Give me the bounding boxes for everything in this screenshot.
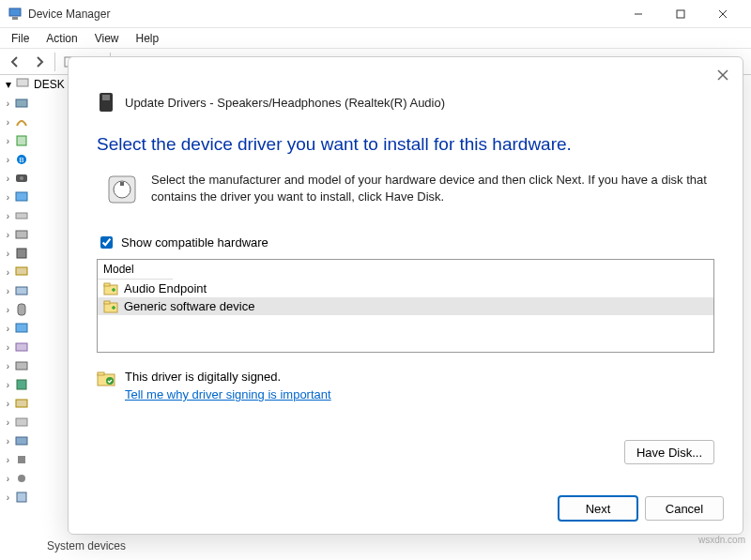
show-compatible-checkbox[interactable] — [100, 236, 113, 249]
show-compatible-label: Show compatible hardware — [121, 235, 268, 250]
svg-point-16 — [20, 176, 23, 180]
menubar: File Action View Help — [0, 28, 751, 49]
svg-rect-43 — [104, 301, 110, 304]
toolbar-separator — [54, 53, 55, 71]
svg-rect-18 — [16, 213, 27, 219]
svg-rect-32 — [17, 492, 26, 502]
dialog-heading: Select the device driver you want to ins… — [69, 119, 743, 164]
tree-category[interactable]: › — [4, 300, 68, 319]
svg-rect-30 — [16, 437, 27, 445]
svg-rect-23 — [18, 304, 25, 315]
tree-category[interactable]: › — [4, 281, 68, 300]
driver-icon — [103, 282, 118, 295]
tree-category[interactable]: › — [4, 113, 68, 131]
tree-category[interactable]: › — [4, 356, 68, 375]
svg-rect-19 — [16, 231, 27, 238]
tree-category[interactable]: › — [4, 338, 68, 356]
list-item[interactable]: Generic software device — [98, 297, 713, 315]
tree-category[interactable]: › — [4, 413, 68, 431]
tree-category[interactable]: › — [4, 469, 68, 488]
maximize-button[interactable] — [659, 1, 701, 27]
list-header-model[interactable]: Model — [98, 260, 173, 280]
svg-rect-45 — [98, 372, 104, 375]
list-item[interactable]: Audio Endpoint — [98, 280, 713, 297]
tree-category[interactable]: › — [4, 431, 68, 450]
svg-rect-27 — [17, 380, 26, 389]
tree-category[interactable]: › — [4, 225, 68, 244]
svg-point-31 — [18, 475, 25, 482]
tree-root[interactable]: ▾ DESK — [4, 75, 68, 94]
tree-root-label: DESK — [34, 78, 65, 91]
tree-category[interactable]: › — [4, 244, 68, 263]
titlebar: Device Manager — [0, 0, 751, 28]
window-title: Device Manager — [28, 8, 617, 21]
dialog-close-button[interactable] — [713, 65, 733, 85]
tree-category[interactable]: › — [4, 206, 68, 225]
svg-rect-28 — [16, 400, 27, 407]
svg-rect-36 — [102, 95, 110, 100]
model-listbox[interactable]: Model Audio Endpoint Generic software de… — [97, 259, 714, 353]
tree-category[interactable]: › — [4, 94, 68, 113]
tree-category[interactable]: › — [4, 319, 68, 338]
svg-rect-26 — [16, 362, 27, 370]
back-button[interactable] — [4, 52, 26, 72]
svg-text:B: B — [19, 156, 23, 164]
tree-category[interactable]: ›B — [4, 150, 68, 169]
have-disk-button[interactable]: Have Disk... — [624, 440, 714, 464]
svg-rect-11 — [16, 99, 27, 107]
tree-category[interactable]: › — [4, 169, 68, 188]
tree-category[interactable]: › — [4, 263, 68, 281]
svg-rect-3 — [677, 10, 684, 18]
svg-point-46 — [106, 377, 114, 385]
list-item-label: Generic software device — [124, 299, 254, 313]
menu-file[interactable]: File — [4, 30, 37, 47]
forward-button[interactable] — [28, 52, 51, 72]
next-button[interactable]: Next — [559, 496, 637, 521]
list-item-label: Audio Endpoint — [124, 281, 207, 295]
svg-rect-39 — [120, 182, 124, 186]
tree-category[interactable]: › — [4, 394, 68, 413]
tree-category[interactable]: › — [4, 188, 68, 206]
tree-category[interactable]: › — [4, 488, 68, 507]
tree-category[interactable]: › — [4, 131, 68, 150]
update-driver-dialog: Update Drivers - Speakers/Headphones (Re… — [68, 56, 743, 535]
menu-view[interactable]: View — [87, 30, 127, 47]
svg-rect-10 — [17, 79, 28, 86]
svg-rect-24 — [16, 324, 27, 332]
svg-rect-25 — [16, 343, 27, 351]
svg-rect-41 — [104, 283, 110, 286]
signed-icon — [97, 371, 115, 386]
menu-action[interactable]: Action — [38, 30, 84, 47]
tree-category-label[interactable]: System devices — [47, 539, 126, 552]
svg-rect-0 — [9, 8, 21, 16]
tree-category[interactable]: › — [4, 375, 68, 394]
minimize-button[interactable] — [617, 1, 659, 27]
svg-rect-20 — [17, 249, 26, 258]
driver-icon — [103, 300, 118, 313]
signed-text: This driver is digitally signed. — [125, 370, 331, 384]
watermark: wsxdn.com — [698, 535, 745, 545]
signing-info-link[interactable]: Tell me why driver signing is important — [125, 387, 331, 401]
device-tree[interactable]: ▾ DESK › › › ›B › › › › › › › › › › › › … — [0, 75, 68, 560]
info-icon — [106, 174, 138, 205]
device-icon — [97, 91, 115, 114]
svg-rect-12 — [17, 136, 26, 145]
computer-icon — [15, 76, 30, 94]
collapse-icon: ▾ — [6, 78, 11, 91]
dialog-info-text: Select the manufacturer and model of you… — [151, 172, 714, 205]
tree-category[interactable]: › — [4, 450, 68, 469]
dialog-header-title: Update Drivers - Speakers/Headphones (Re… — [125, 96, 445, 110]
svg-rect-21 — [16, 267, 27, 275]
svg-rect-1 — [12, 17, 18, 20]
svg-rect-22 — [16, 287, 27, 295]
cancel-button[interactable]: Cancel — [645, 496, 724, 521]
app-icon — [8, 7, 23, 22]
svg-rect-29 — [16, 418, 27, 426]
window-close-button[interactable] — [701, 1, 743, 27]
svg-rect-17 — [16, 192, 27, 201]
menu-help[interactable]: Help — [129, 30, 167, 47]
